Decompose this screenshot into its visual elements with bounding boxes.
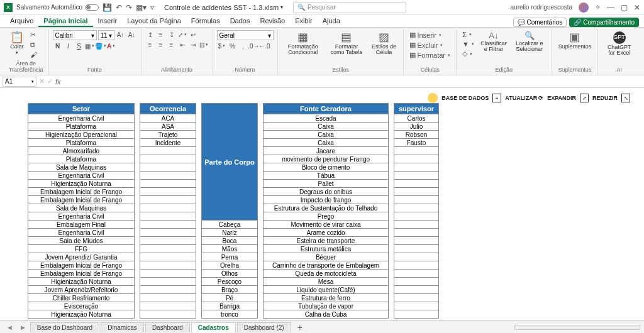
formula-input[interactable] (64, 77, 641, 87)
table-cell[interactable]: Caixa (264, 123, 389, 131)
table-cell[interactable]: ACA (140, 114, 196, 123)
table-cell[interactable] (140, 310, 196, 319)
name-box[interactable]: A1▾ (3, 77, 36, 87)
table-cell[interactable] (394, 302, 439, 310)
ribbon-tab-arquivo[interactable]: Arquivo (5, 16, 38, 27)
sheet-tab-cadastros[interactable]: Cadastros (191, 322, 236, 332)
align-left-icon[interactable]: ≡ (145, 40, 155, 49)
table-cell[interactable] (394, 261, 439, 270)
table-cell[interactable] (394, 229, 439, 237)
table-cell[interactable] (140, 278, 196, 286)
reduzir-button[interactable]: REDUZIR (592, 95, 618, 101)
table-cell[interactable]: Braço (202, 286, 258, 294)
table-cell[interactable] (140, 229, 196, 237)
table-cell[interactable]: Embalagem Inicial de Frango (28, 261, 135, 270)
table-cell[interactable]: Plataforma (28, 155, 135, 163)
table-cell[interactable]: Evisceração (28, 302, 135, 310)
decrease-font-icon[interactable]: A↓ (127, 30, 137, 39)
table-cell[interactable] (140, 188, 196, 196)
conditional-formatting-button[interactable]: ▦Formatação Condicional (282, 30, 325, 57)
format-painter-icon[interactable]: 🖌 (28, 50, 39, 59)
dec-decimal-icon[interactable]: ←.0 (260, 41, 270, 50)
table-cell[interactable] (394, 204, 439, 212)
table-cell[interactable] (394, 253, 439, 261)
expandir-icon[interactable]: ⤢ (580, 94, 589, 102)
table-cell[interactable]: Escada (264, 114, 389, 123)
table-cell[interactable]: Arame cozido (264, 229, 389, 237)
ribbon-tab-layout-da-p-gina[interactable]: Layout da Página (122, 16, 186, 27)
table-cell[interactable] (140, 155, 196, 163)
table-cell[interactable]: Carrinho de transporte de Embalagem (264, 261, 389, 270)
addins-button[interactable]: ▣Suplementos (556, 30, 594, 51)
table-cell[interactable] (140, 204, 196, 212)
ribbon-tab-f-rmulas[interactable]: Fórmulas (186, 16, 225, 27)
sheet-tab-base-do-dashboard[interactable]: Base do Dashboard (30, 322, 99, 332)
find-select-button[interactable]: 🔍Localizar e Selecionar (511, 30, 548, 54)
table-cell[interactable]: Estrutura de Sustentação do Telhado (264, 204, 389, 212)
notifications-icon[interactable]: ✧ (595, 3, 601, 11)
table-cell[interactable] (394, 221, 439, 229)
number-format-select[interactable]: Geral▾ (217, 30, 274, 40)
toggle-switch[interactable] (85, 4, 99, 11)
undo-icon[interactable]: ↶ (116, 3, 122, 12)
table-cell[interactable]: Engenharia Civil (28, 114, 135, 123)
indent-dec-icon[interactable]: ⇤ (177, 40, 187, 49)
fill-color-icon[interactable]: 🪣 (96, 41, 106, 50)
underline-icon[interactable]: S (74, 41, 84, 50)
user-name[interactable]: aurelio rodriguescosta (511, 4, 572, 11)
table-cell[interactable] (394, 270, 439, 278)
atualizar-button[interactable]: ATUALIZAR ⟳ (505, 95, 543, 101)
table-cell[interactable]: Sala de Maquinas (28, 163, 135, 172)
bold-icon[interactable]: N (53, 41, 63, 50)
table-cell[interactable]: Jovem Aprendiz/Refeitorio (28, 286, 135, 294)
table-cell[interactable]: Fausto (394, 139, 439, 147)
horizontal-scrollbar[interactable] (514, 325, 640, 330)
table-cell[interactable]: Jacare (264, 147, 389, 155)
table-cell[interactable] (394, 294, 439, 302)
table-cell[interactable]: Prego (264, 212, 389, 221)
table-cell[interactable] (394, 310, 439, 319)
table-cell[interactable]: Boca (202, 237, 258, 245)
paste-button[interactable]: 📋Colar▾ (8, 30, 26, 57)
ribbon-tab-p-gina-inicial[interactable]: Página Inicial (38, 16, 92, 27)
table-cell[interactable] (140, 237, 196, 245)
format-as-table-button[interactable]: ▤Formatar como Tabela (326, 30, 367, 57)
table-cell[interactable] (394, 180, 439, 188)
table-cell[interactable]: Queda de motocicleta (264, 270, 389, 278)
search-box[interactable]: 🔍 Pesquisar (293, 2, 406, 13)
table-cell[interactable] (140, 212, 196, 221)
table-cell[interactable] (394, 188, 439, 196)
table-cell[interactable]: Sala de Maquinas (28, 204, 135, 212)
table-cell[interactable]: Tábua (264, 172, 389, 180)
avatar[interactable] (579, 3, 589, 13)
align-bottom-icon[interactable]: ↧ (167, 30, 177, 39)
font-color-icon[interactable]: A (106, 41, 116, 50)
table-cell[interactable]: Embalagem Inicial de Frango (28, 196, 135, 204)
align-center-icon[interactable]: ≡ (156, 40, 166, 49)
sheet-tab-dashboard-2-[interactable]: Dashboard (2) (237, 322, 291, 332)
table-cell[interactable] (140, 302, 196, 310)
copy-icon[interactable]: ⧉ (28, 40, 39, 50)
table-cell[interactable] (394, 212, 439, 221)
table-cell[interactable]: Pé (202, 294, 258, 302)
file-name[interactable]: Controle de acidentes SST - 1.3.xlsm▾ (164, 4, 283, 11)
table-cell[interactable] (394, 245, 439, 253)
percent-icon[interactable]: % (228, 41, 238, 50)
clear-icon[interactable]: ◇ (460, 49, 476, 58)
table-cell[interactable] (140, 180, 196, 188)
table-cell[interactable] (394, 237, 439, 245)
table-cell[interactable] (140, 294, 196, 302)
cancel-formula-icon[interactable]: ✕ (39, 77, 45, 85)
table-cell[interactable]: Nariz (202, 229, 258, 237)
chatgpt-button[interactable]: GPTChatGPT for Excel (602, 30, 636, 58)
merge-icon[interactable]: ⊟ (199, 40, 209, 49)
align-top-icon[interactable]: ↥ (145, 30, 155, 39)
table-cell[interactable] (140, 261, 196, 270)
table-cell[interactable]: Estrutura de ferro (264, 294, 389, 302)
table-cell[interactable]: Trajeto (140, 131, 196, 139)
enter-formula-icon[interactable]: ✓ (47, 77, 53, 85)
ribbon-tab-ajuda[interactable]: Ajuda (318, 16, 345, 27)
table-cell[interactable] (140, 270, 196, 278)
orientation-icon[interactable]: ⤢ (177, 30, 187, 39)
table-cell[interactable] (394, 196, 439, 204)
